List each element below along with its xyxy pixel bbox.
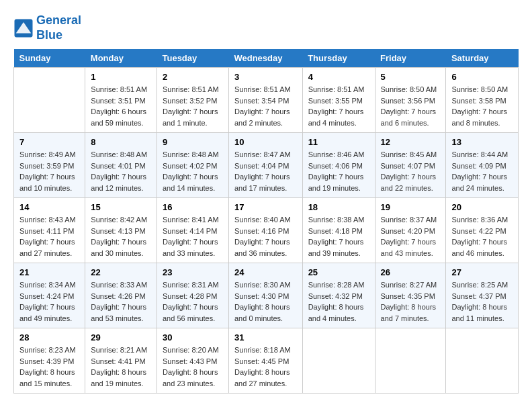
day-number: 5 [381,72,441,82]
day-number: 18 [308,202,369,212]
calendar-cell: 12Sunrise: 8:45 AMSunset: 4:07 PMDayligh… [375,133,446,198]
calendar-cell [375,328,446,394]
day-number: 21 [19,267,79,277]
day-info: Sunrise: 8:48 AMSunset: 4:01 PMDaylight:… [91,149,151,193]
day-number: 30 [163,332,223,342]
day-info: Sunrise: 8:18 AMSunset: 4:45 PMDaylight:… [234,345,297,389]
day-info: Sunrise: 8:37 AMSunset: 4:20 PMDaylight:… [381,214,441,259]
day-number: 22 [91,267,151,277]
day-info: Sunrise: 8:40 AMSunset: 4:16 PMDaylight:… [234,214,297,259]
calendar-cell: 6Sunrise: 8:50 AMSunset: 3:58 PMDaylight… [446,68,519,133]
calendar-cell: 11Sunrise: 8:46 AMSunset: 4:06 PMDayligh… [302,133,375,198]
calendar-cell [14,68,85,133]
logo-icon [13,18,34,38]
header-day-monday: Monday [85,49,157,68]
day-info: Sunrise: 8:44 AMSunset: 4:09 PMDaylight:… [451,149,513,193]
day-number: 7 [19,137,79,147]
day-info: Sunrise: 8:38 AMSunset: 4:18 PMDaylight:… [308,214,369,259]
day-info: Sunrise: 8:41 AMSunset: 4:14 PMDaylight:… [163,214,223,259]
day-number: 2 [163,72,223,82]
day-info: Sunrise: 8:33 AMSunset: 4:26 PMDaylight:… [91,279,151,324]
header-day-thursday: Thursday [302,49,375,68]
week-row-2: 7Sunrise: 8:49 AMSunset: 3:59 PMDaylight… [14,133,519,198]
day-number: 29 [91,332,151,342]
day-info: Sunrise: 8:36 AMSunset: 4:22 PMDaylight:… [451,214,513,259]
day-number: 15 [91,202,151,212]
day-number: 26 [381,267,441,277]
calendar-cell: 14Sunrise: 8:43 AMSunset: 4:11 PMDayligh… [14,198,85,263]
day-info: Sunrise: 8:25 AMSunset: 4:37 PMDaylight:… [451,279,513,324]
week-row-1: 1Sunrise: 8:51 AMSunset: 3:51 PMDaylight… [14,68,519,133]
day-number: 27 [451,267,513,277]
day-number: 14 [19,202,79,212]
day-number: 19 [381,202,441,212]
day-number: 31 [234,332,297,342]
week-row-3: 14Sunrise: 8:43 AMSunset: 4:11 PMDayligh… [14,198,519,263]
day-info: Sunrise: 8:49 AMSunset: 3:59 PMDaylight:… [19,149,79,193]
calendar-cell: 19Sunrise: 8:37 AMSunset: 4:20 PMDayligh… [375,198,446,263]
calendar-header: SundayMondayTuesdayWednesdayThursdayFrid… [14,49,519,68]
day-number: 17 [234,202,297,212]
day-info: Sunrise: 8:28 AMSunset: 4:32 PMDaylight:… [308,279,369,324]
day-number: 28 [19,332,79,342]
day-info: Sunrise: 8:45 AMSunset: 4:07 PMDaylight:… [381,149,441,193]
page-header: GeneralBlue [13,13,519,42]
calendar-cell: 28Sunrise: 8:23 AMSunset: 4:39 PMDayligh… [14,328,85,394]
day-info: Sunrise: 8:51 AMSunset: 3:55 PMDaylight:… [308,84,369,128]
calendar-cell: 27Sunrise: 8:25 AMSunset: 4:37 PMDayligh… [446,263,519,328]
calendar-cell: 23Sunrise: 8:31 AMSunset: 4:28 PMDayligh… [157,263,228,328]
day-info: Sunrise: 8:48 AMSunset: 4:02 PMDaylight:… [163,149,223,193]
week-row-5: 28Sunrise: 8:23 AMSunset: 4:39 PMDayligh… [14,328,519,394]
calendar-cell [446,328,519,394]
calendar-cell: 26Sunrise: 8:27 AMSunset: 4:35 PMDayligh… [375,263,446,328]
day-info: Sunrise: 8:51 AMSunset: 3:52 PMDaylight:… [163,84,223,128]
day-info: Sunrise: 8:20 AMSunset: 4:43 PMDaylight:… [163,345,223,389]
calendar-cell: 20Sunrise: 8:36 AMSunset: 4:22 PMDayligh… [446,198,519,263]
day-info: Sunrise: 8:50 AMSunset: 3:56 PMDaylight:… [381,84,441,128]
day-number: 12 [381,137,441,147]
day-number: 10 [234,137,297,147]
calendar-cell: 4Sunrise: 8:51 AMSunset: 3:55 PMDaylight… [302,68,375,133]
header-day-saturday: Saturday [446,49,519,68]
calendar-cell: 24Sunrise: 8:30 AMSunset: 4:30 PMDayligh… [228,263,302,328]
day-info: Sunrise: 8:42 AMSunset: 4:13 PMDaylight:… [91,214,151,259]
header-day-sunday: Sunday [14,49,85,68]
day-info: Sunrise: 8:46 AMSunset: 4:06 PMDaylight:… [308,149,369,193]
calendar-body: 1Sunrise: 8:51 AMSunset: 3:51 PMDaylight… [14,68,519,394]
day-info: Sunrise: 8:43 AMSunset: 4:11 PMDaylight:… [19,214,79,259]
day-number: 4 [308,72,369,82]
day-info: Sunrise: 8:50 AMSunset: 3:58 PMDaylight:… [451,84,513,128]
day-info: Sunrise: 8:27 AMSunset: 4:35 PMDaylight:… [381,279,441,324]
day-number: 13 [451,137,513,147]
header-day-friday: Friday [375,49,446,68]
calendar-cell: 31Sunrise: 8:18 AMSunset: 4:45 PMDayligh… [228,328,302,394]
calendar-cell: 7Sunrise: 8:49 AMSunset: 3:59 PMDaylight… [14,133,85,198]
calendar-cell: 10Sunrise: 8:47 AMSunset: 4:04 PMDayligh… [228,133,302,198]
day-info: Sunrise: 8:34 AMSunset: 4:24 PMDaylight:… [19,279,79,324]
day-info: Sunrise: 8:51 AMSunset: 3:54 PMDaylight:… [234,84,297,128]
calendar-cell: 8Sunrise: 8:48 AMSunset: 4:01 PMDaylight… [85,133,157,198]
day-number: 16 [163,202,223,212]
calendar-cell: 5Sunrise: 8:50 AMSunset: 3:56 PMDaylight… [375,68,446,133]
calendar-cell: 22Sunrise: 8:33 AMSunset: 4:26 PMDayligh… [85,263,157,328]
day-number: 24 [234,267,297,277]
day-number: 23 [163,267,223,277]
calendar-cell: 13Sunrise: 8:44 AMSunset: 4:09 PMDayligh… [446,133,519,198]
header-row: SundayMondayTuesdayWednesdayThursdayFrid… [14,49,519,68]
day-number: 3 [234,72,297,82]
header-day-tuesday: Tuesday [157,49,228,68]
calendar-cell: 9Sunrise: 8:48 AMSunset: 4:02 PMDaylight… [157,133,228,198]
day-info: Sunrise: 8:23 AMSunset: 4:39 PMDaylight:… [19,345,79,389]
logo-text: GeneralBlue [36,13,81,42]
day-info: Sunrise: 8:47 AMSunset: 4:04 PMDaylight:… [234,149,297,193]
calendar-table: SundayMondayTuesdayWednesdayThursdayFrid… [13,49,519,394]
day-number: 1 [91,72,151,82]
calendar-cell: 16Sunrise: 8:41 AMSunset: 4:14 PMDayligh… [157,198,228,263]
calendar-cell: 3Sunrise: 8:51 AMSunset: 3:54 PMDaylight… [228,68,302,133]
day-number: 25 [308,267,369,277]
header-day-wednesday: Wednesday [228,49,302,68]
logo: GeneralBlue [13,13,81,42]
calendar-cell: 25Sunrise: 8:28 AMSunset: 4:32 PMDayligh… [302,263,375,328]
calendar-cell: 1Sunrise: 8:51 AMSunset: 3:51 PMDaylight… [85,68,157,133]
calendar-cell [302,328,375,394]
